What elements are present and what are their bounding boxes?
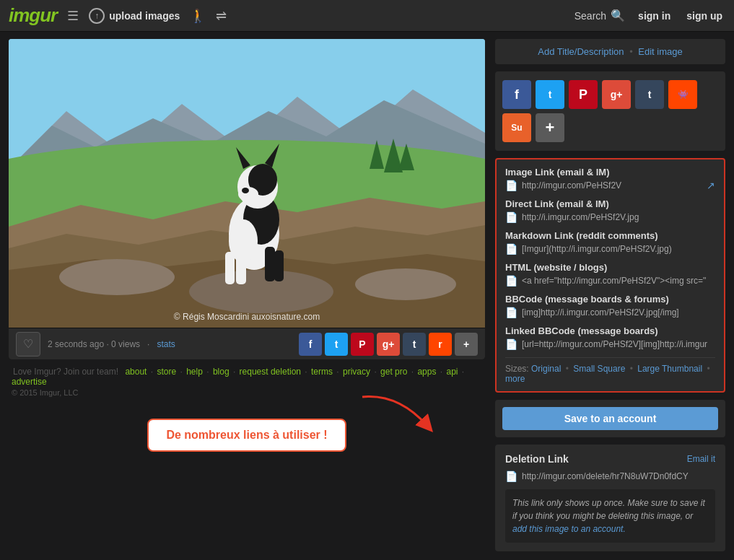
add-title-link[interactable]: Add Title/Description bbox=[538, 46, 624, 57]
sign-in-button[interactable]: sign in bbox=[635, 10, 673, 22]
deletion-link-row: 📄 http://imgur.com/delete/hr7N8uW7Dn0fdC… bbox=[505, 471, 715, 482]
social-share-panel: f t P g+ t 👾 Su + bbox=[495, 71, 725, 151]
user-icon[interactable]: 🚶 bbox=[190, 8, 206, 24]
bbcode-link-value[interactable]: [img]http://i.imgur.com/PeHSf2V.jpg[/img… bbox=[522, 307, 715, 318]
footer-about-link[interactable]: about bbox=[125, 367, 147, 377]
html-link-value[interactable]: <a href="http://imgur.com/PeHSf2V"><img … bbox=[522, 276, 715, 286]
share-googleplus-icon[interactable]: g+ bbox=[377, 333, 400, 356]
dog-scene-svg bbox=[9, 39, 485, 328]
header: imgur ☰ ↑ upload images 🚶 ⇌ Search 🔍 sig… bbox=[0, 0, 734, 32]
size-original-link[interactable]: Original bbox=[531, 364, 561, 374]
social-pinterest-icon[interactable]: P bbox=[569, 80, 598, 109]
share-pinterest-icon[interactable]: P bbox=[351, 333, 374, 356]
size-small-square-link[interactable]: Small Square bbox=[573, 364, 625, 374]
footer-api-link[interactable]: api bbox=[446, 367, 458, 377]
footer-help-link[interactable]: help bbox=[186, 367, 203, 377]
edit-image-link[interactable]: Edit image bbox=[638, 46, 682, 57]
footer-apps-link[interactable]: apps bbox=[417, 367, 436, 377]
search-label: Search bbox=[574, 10, 606, 22]
footer-getpro-link[interactable]: get pro bbox=[380, 367, 407, 377]
footer-request-deletion-link[interactable]: request deletion bbox=[240, 367, 301, 377]
footer-advertise-link[interactable]: advertise bbox=[12, 377, 47, 387]
logo: imgur bbox=[9, 4, 57, 27]
heart-button[interactable]: ♡ bbox=[16, 332, 40, 356]
svg-rect-23 bbox=[236, 248, 246, 284]
social-tumblr-icon[interactable]: t bbox=[635, 80, 664, 109]
deletion-account-link[interactable]: add this image to an account. bbox=[512, 524, 626, 534]
svg-point-10 bbox=[355, 268, 456, 300]
email-it-link[interactable]: Email it bbox=[687, 454, 715, 464]
size-more-link[interactable]: more bbox=[505, 374, 525, 384]
linked-bbcode-section: Linked BBCode (message boards) 📄 [url=ht… bbox=[505, 325, 715, 350]
right-column: Add Title/Description • Edit image f t P… bbox=[495, 39, 725, 551]
sign-up-button[interactable]: sign up bbox=[683, 10, 725, 22]
linked-bbcode-doc-icon: 📄 bbox=[505, 338, 517, 350]
bbcode-link-row: 📄 [img]http://i.imgur.com/PeHSf2V.jpg[/i… bbox=[505, 307, 715, 318]
direct-link-value[interactable]: http://i.imgur.com/PeHSf2V.jpg bbox=[522, 212, 715, 222]
dog-photo: © Régis Moscardini auxoisnature.com bbox=[9, 39, 485, 328]
meta-dot: · bbox=[147, 339, 149, 349]
bbcode-link-section: BBCode (message boards & forums) 📄 [img]… bbox=[505, 294, 715, 318]
direct-link-row: 📄 http://i.imgur.com/PeHSf2V.jpg bbox=[505, 211, 715, 223]
hamburger-icon[interactable]: ☰ bbox=[67, 8, 79, 24]
deletion-warning: This link only shows up once. Make sure … bbox=[505, 489, 715, 543]
direct-link-label: Direct Link (email & IM) bbox=[505, 198, 715, 209]
markdown-link-doc-icon: 📄 bbox=[505, 243, 517, 255]
expand-icon[interactable]: ↗ bbox=[707, 180, 715, 191]
share-reddit-icon[interactable]: r bbox=[429, 333, 452, 356]
size-large-thumbnail-link[interactable]: Large Thumbnail bbox=[637, 364, 702, 374]
image-link-value[interactable]: http://imgur.com/PeHSf2V bbox=[522, 180, 702, 191]
markdown-link-value[interactable]: [Imgur](http://i.imgur.com/PeHSf2V.jpg) bbox=[522, 244, 715, 254]
footer-store-link[interactable]: store bbox=[157, 367, 176, 377]
search-area[interactable]: Search 🔍 bbox=[574, 9, 625, 22]
svg-rect-25 bbox=[225, 252, 235, 284]
save-to-account-button[interactable]: Save to an account bbox=[502, 407, 718, 430]
social-plus-icon[interactable]: + bbox=[536, 113, 564, 142]
image-link-section: Image Link (email & IM) 📄 http://imgur.c… bbox=[505, 167, 715, 191]
linked-bbcode-label: Linked BBCode (message boards) bbox=[505, 325, 715, 336]
html-link-label: HTML (website / blogs) bbox=[505, 262, 715, 273]
share-tumblr-icon[interactable]: t bbox=[403, 333, 426, 356]
deletion-link-value[interactable]: http://imgur.com/delete/hr7N8uW7Dn0fdCY bbox=[522, 471, 715, 481]
edit-bar: Add Title/Description • Edit image bbox=[495, 39, 725, 64]
bbcode-link-label: BBCode (message boards & forums) bbox=[505, 294, 715, 305]
sizes-row: Sizes: Original • Small Square • Large T… bbox=[505, 357, 715, 384]
deletion-link-doc-icon: 📄 bbox=[505, 471, 517, 482]
html-link-section: HTML (website / blogs) 📄 <a href="http:/… bbox=[505, 262, 715, 286]
image-meta: 2 seconds ago · 0 views bbox=[48, 339, 140, 349]
direct-link-doc-icon: 📄 bbox=[505, 211, 517, 223]
bbcode-link-doc-icon: 📄 bbox=[505, 307, 517, 318]
deletion-warning-text: This link only shows up once. Make sure … bbox=[512, 498, 705, 521]
edit-separator: • bbox=[629, 46, 633, 57]
footer-love-text[interactable]: Love Imgur? Join our team! bbox=[13, 367, 118, 377]
social-twitter-icon[interactable]: t bbox=[536, 80, 564, 109]
image-link-label: Image Link (email & IM) bbox=[505, 167, 715, 178]
social-stumbleupon-icon[interactable]: Su bbox=[502, 113, 531, 142]
linked-bbcode-value[interactable]: [url=http://imgur.com/PeHSf2V][img]http:… bbox=[522, 339, 715, 349]
image-link-row: 📄 http://imgur.com/PeHSf2V ↗ bbox=[505, 180, 715, 191]
svg-rect-26 bbox=[274, 250, 284, 281]
deletion-title: Deletion Link bbox=[505, 453, 569, 465]
footer-terms-link[interactable]: terms bbox=[311, 367, 333, 377]
social-facebook-icon[interactable]: f bbox=[502, 80, 531, 109]
share-twitter-icon[interactable]: t bbox=[325, 333, 348, 356]
social-reddit-icon[interactable]: 👾 bbox=[668, 80, 697, 109]
share-more-icon[interactable]: + bbox=[455, 333, 478, 356]
links-panel: Image Link (email & IM) 📄 http://imgur.c… bbox=[495, 158, 725, 393]
shuffle-icon[interactable]: ⇌ bbox=[216, 8, 227, 24]
footer-blog-link[interactable]: blog bbox=[213, 367, 230, 377]
sizes-label: Sizes: bbox=[505, 364, 529, 374]
stats-link[interactable]: stats bbox=[157, 339, 175, 349]
markdown-link-row: 📄 [Imgur](http://i.imgur.com/PeHSf2V.jpg… bbox=[505, 243, 715, 255]
callout-box: De nombreux liens à utiliser ! bbox=[147, 419, 346, 452]
footer-privacy-link[interactable]: privacy bbox=[343, 367, 370, 377]
social-googleplus-icon[interactable]: g+ bbox=[602, 80, 631, 109]
direct-link-section: Direct Link (email & IM) 📄 http://i.imgu… bbox=[505, 198, 715, 223]
html-link-doc-icon: 📄 bbox=[505, 275, 517, 286]
upload-icon: ↑ bbox=[89, 8, 105, 24]
share-icons-bar: f t P g+ t r + bbox=[299, 333, 478, 356]
share-facebook-icon[interactable]: f bbox=[299, 333, 322, 356]
deletion-panel: Deletion Link Email it 📄 http://imgur.co… bbox=[495, 445, 725, 551]
html-link-row: 📄 <a href="http://imgur.com/PeHSf2V"><im… bbox=[505, 275, 715, 286]
upload-button[interactable]: ↑ upload images bbox=[89, 8, 180, 24]
